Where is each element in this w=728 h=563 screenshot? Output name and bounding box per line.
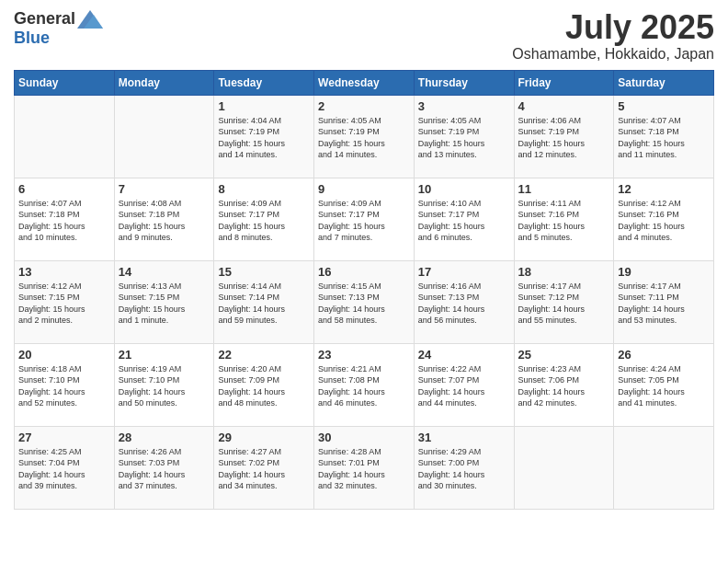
- day-info: Sunrise: 4:04 AM Sunset: 7:19 PM Dayligh…: [218, 116, 285, 160]
- week-row-5: 27Sunrise: 4:25 AM Sunset: 7:04 PM Dayli…: [15, 426, 714, 509]
- day-number: 10: [418, 182, 510, 196]
- day-header-friday: Friday: [514, 70, 614, 95]
- week-row-2: 6Sunrise: 4:07 AM Sunset: 7:18 PM Daylig…: [15, 178, 714, 260]
- calendar-cell: 16Sunrise: 4:15 AM Sunset: 7:13 PM Dayli…: [314, 260, 415, 343]
- day-info: Sunrise: 4:20 AM Sunset: 7:09 PM Dayligh…: [218, 364, 285, 408]
- day-number: 2: [318, 99, 410, 113]
- day-number: 19: [618, 265, 710, 279]
- day-header-saturday: Saturday: [614, 70, 714, 95]
- logo-text: General: [14, 9, 103, 29]
- day-number: 17: [418, 265, 510, 279]
- calendar-cell: 23Sunrise: 4:21 AM Sunset: 7:08 PM Dayli…: [314, 343, 415, 426]
- logo: General Blue: [14, 9, 103, 48]
- page-container: General Blue July 2025 Oshamambe, Hokkai…: [0, 0, 728, 519]
- day-info: Sunrise: 4:10 AM Sunset: 7:17 PM Dayligh…: [418, 199, 485, 243]
- day-info: Sunrise: 4:21 AM Sunset: 7:08 PM Dayligh…: [318, 364, 385, 408]
- calendar-cell: 10Sunrise: 4:10 AM Sunset: 7:17 PM Dayli…: [414, 178, 514, 260]
- day-number: 1: [218, 99, 310, 113]
- day-info: Sunrise: 4:05 AM Sunset: 7:19 PM Dayligh…: [318, 116, 385, 160]
- calendar-cell: [614, 426, 714, 509]
- day-number: 24: [418, 348, 510, 362]
- day-number: 23: [318, 348, 410, 362]
- calendar-cell: 12Sunrise: 4:12 AM Sunset: 7:16 PM Dayli…: [614, 178, 714, 260]
- day-info: Sunrise: 4:14 AM Sunset: 7:14 PM Dayligh…: [218, 282, 285, 326]
- day-info: Sunrise: 4:23 AM Sunset: 7:06 PM Dayligh…: [518, 364, 586, 408]
- day-info: Sunrise: 4:16 AM Sunset: 7:13 PM Dayligh…: [418, 282, 485, 326]
- week-row-3: 13Sunrise: 4:12 AM Sunset: 7:15 PM Dayli…: [15, 260, 714, 343]
- title-section: July 2025 Oshamambe, Hokkaido, Japan: [512, 9, 714, 63]
- day-number: 26: [618, 348, 710, 362]
- day-header-sunday: Sunday: [15, 70, 115, 95]
- day-number: 14: [119, 265, 210, 279]
- calendar-cell: 21Sunrise: 4:19 AM Sunset: 7:10 PM Dayli…: [114, 343, 214, 426]
- day-header-thursday: Thursday: [414, 70, 514, 95]
- day-number: 11: [518, 182, 610, 196]
- day-number: 9: [318, 182, 410, 196]
- day-info: Sunrise: 4:22 AM Sunset: 7:07 PM Dayligh…: [418, 364, 485, 408]
- calendar-cell: 17Sunrise: 4:16 AM Sunset: 7:13 PM Dayli…: [414, 260, 514, 343]
- day-number: 29: [218, 431, 310, 444]
- day-number: 21: [119, 348, 210, 362]
- calendar-cell: 11Sunrise: 4:11 AM Sunset: 7:16 PM Dayli…: [514, 178, 614, 260]
- day-info: Sunrise: 4:28 AM Sunset: 7:01 PM Dayligh…: [318, 447, 385, 491]
- week-row-4: 20Sunrise: 4:18 AM Sunset: 7:10 PM Dayli…: [15, 343, 714, 426]
- day-number: 12: [618, 182, 710, 196]
- day-info: Sunrise: 4:27 AM Sunset: 7:02 PM Dayligh…: [218, 447, 285, 491]
- calendar-cell: 24Sunrise: 4:22 AM Sunset: 7:07 PM Dayli…: [414, 343, 514, 426]
- calendar-cell: 22Sunrise: 4:20 AM Sunset: 7:09 PM Dayli…: [214, 343, 314, 426]
- calendar-cell: 5Sunrise: 4:07 AM Sunset: 7:18 PM Daylig…: [614, 95, 714, 178]
- day-info: Sunrise: 4:05 AM Sunset: 7:19 PM Dayligh…: [418, 116, 485, 160]
- day-number: 13: [18, 265, 110, 279]
- calendar-cell: 28Sunrise: 4:26 AM Sunset: 7:03 PM Dayli…: [114, 426, 214, 509]
- day-number: 30: [318, 431, 410, 444]
- day-number: 16: [318, 265, 410, 279]
- day-number: 28: [119, 431, 210, 444]
- day-number: 3: [418, 99, 510, 113]
- header: General Blue July 2025 Oshamambe, Hokkai…: [14, 9, 714, 63]
- calendar-cell: 9Sunrise: 4:09 AM Sunset: 7:17 PM Daylig…: [314, 178, 415, 260]
- calendar-cell: 19Sunrise: 4:17 AM Sunset: 7:11 PM Dayli…: [614, 260, 714, 343]
- day-info: Sunrise: 4:13 AM Sunset: 7:15 PM Dayligh…: [119, 282, 186, 326]
- day-number: 4: [518, 99, 610, 113]
- day-info: Sunrise: 4:09 AM Sunset: 7:17 PM Dayligh…: [318, 199, 385, 243]
- calendar-cell: 7Sunrise: 4:08 AM Sunset: 7:18 PM Daylig…: [114, 178, 214, 260]
- calendar-cell: 15Sunrise: 4:14 AM Sunset: 7:14 PM Dayli…: [214, 260, 314, 343]
- calendar-cell: 25Sunrise: 4:23 AM Sunset: 7:06 PM Dayli…: [514, 343, 614, 426]
- day-info: Sunrise: 4:25 AM Sunset: 7:04 PM Dayligh…: [18, 447, 85, 491]
- calendar-cell: [15, 95, 115, 178]
- week-row-1: 1Sunrise: 4:04 AM Sunset: 7:19 PM Daylig…: [15, 95, 714, 178]
- calendar-cell: 8Sunrise: 4:09 AM Sunset: 7:17 PM Daylig…: [214, 178, 314, 260]
- calendar-cell: 2Sunrise: 4:05 AM Sunset: 7:19 PM Daylig…: [314, 95, 415, 178]
- calendar-cell: 30Sunrise: 4:28 AM Sunset: 7:01 PM Dayli…: [314, 426, 415, 509]
- day-info: Sunrise: 4:29 AM Sunset: 7:00 PM Dayligh…: [418, 447, 485, 491]
- logo-icon: [77, 10, 103, 29]
- day-number: 22: [218, 348, 310, 362]
- day-info: Sunrise: 4:08 AM Sunset: 7:18 PM Dayligh…: [119, 199, 186, 243]
- day-number: 6: [18, 182, 110, 196]
- day-header-tuesday: Tuesday: [214, 70, 314, 95]
- calendar-table: SundayMondayTuesdayWednesdayThursdayFrid…: [14, 70, 714, 510]
- calendar-cell: 20Sunrise: 4:18 AM Sunset: 7:10 PM Dayli…: [15, 343, 115, 426]
- calendar-cell: 26Sunrise: 4:24 AM Sunset: 7:05 PM Dayli…: [614, 343, 714, 426]
- day-number: 5: [618, 99, 710, 113]
- calendar-cell: 1Sunrise: 4:04 AM Sunset: 7:19 PM Daylig…: [214, 95, 314, 178]
- day-info: Sunrise: 4:19 AM Sunset: 7:10 PM Dayligh…: [119, 364, 186, 408]
- day-header-wednesday: Wednesday: [314, 70, 415, 95]
- day-number: 18: [518, 265, 610, 279]
- day-info: Sunrise: 4:11 AM Sunset: 7:16 PM Dayligh…: [518, 199, 586, 243]
- calendar-cell: 3Sunrise: 4:05 AM Sunset: 7:19 PM Daylig…: [414, 95, 514, 178]
- logo-general: General: [14, 9, 75, 29]
- calendar-cell: 18Sunrise: 4:17 AM Sunset: 7:12 PM Dayli…: [514, 260, 614, 343]
- calendar-cell: 29Sunrise: 4:27 AM Sunset: 7:02 PM Dayli…: [214, 426, 314, 509]
- calendar-cell: 4Sunrise: 4:06 AM Sunset: 7:19 PM Daylig…: [514, 95, 614, 178]
- calendar-cell: 14Sunrise: 4:13 AM Sunset: 7:15 PM Dayli…: [114, 260, 214, 343]
- day-number: 31: [418, 431, 510, 444]
- location: Oshamambe, Hokkaido, Japan: [512, 46, 714, 63]
- day-info: Sunrise: 4:07 AM Sunset: 7:18 PM Dayligh…: [18, 199, 85, 243]
- day-info: Sunrise: 4:24 AM Sunset: 7:05 PM Dayligh…: [618, 364, 685, 408]
- month-title: July 2025: [512, 9, 714, 46]
- day-number: 7: [119, 182, 210, 196]
- day-number: 20: [18, 348, 110, 362]
- day-info: Sunrise: 4:12 AM Sunset: 7:16 PM Dayligh…: [618, 199, 685, 243]
- day-number: 8: [218, 182, 310, 196]
